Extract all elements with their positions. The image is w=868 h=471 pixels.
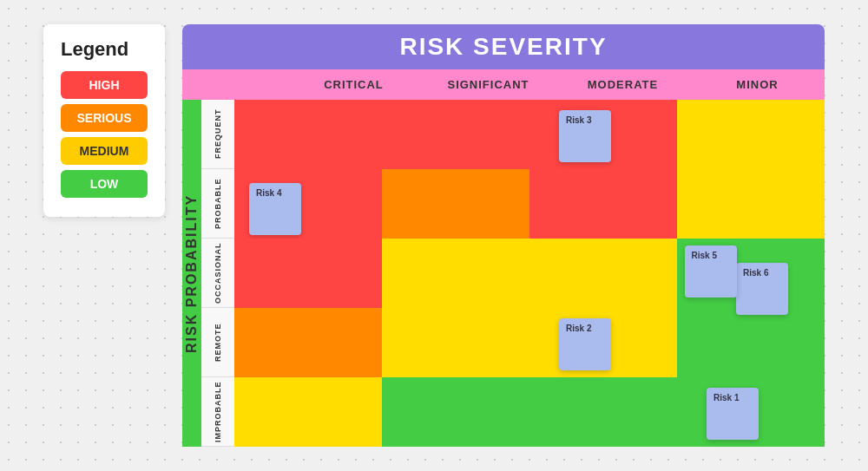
main-container: Legend HIGH SERIOUS MEDIUM LOW RISK SEVE… <box>26 7 842 464</box>
cell-occasional-moderate <box>529 239 677 308</box>
legend-low: LOW <box>61 170 148 198</box>
col-header-minor: MINOR <box>690 75 825 95</box>
cell-occasional-critical <box>234 239 382 308</box>
row-label-occasional: OCCASIONAL <box>201 239 234 308</box>
row-remote: Risk 2 <box>234 308 825 377</box>
y-axis-label: RISK PROBABILITY <box>182 100 201 447</box>
legend-title: Legend <box>61 38 148 61</box>
cell-remote-critical <box>234 308 382 377</box>
legend-serious: SERIOUS <box>61 104 148 132</box>
row-label-probable: PROBABLE <box>201 169 234 239</box>
cell-frequent-significant <box>382 100 529 169</box>
row-label-frequent: FREQUENT <box>201 100 234 169</box>
cell-frequent-critical <box>234 100 382 169</box>
risk-card-6[interactable]: Risk 6 <box>736 263 788 315</box>
risk-card-3[interactable]: Risk 3 <box>559 110 611 162</box>
header-spacer <box>182 75 234 95</box>
column-headers: CRITICAL SIGNIFICANT MODERATE MINOR <box>182 69 825 100</box>
cell-improbable-minor: Risk 1 <box>677 377 825 447</box>
cell-probable-critical: Risk 4 <box>234 169 382 239</box>
cell-occasional-minor: Risk 5 Risk 6 <box>677 239 825 308</box>
row-label-improbable: IMPROBABLE <box>201 377 234 447</box>
cell-probable-significant <box>382 169 529 239</box>
cell-improbable-significant <box>382 377 529 447</box>
row-probable: Risk 4 <box>234 169 825 239</box>
cell-remote-moderate: Risk 2 <box>529 308 677 377</box>
col-header-critical: CRITICAL <box>286 75 421 95</box>
grid-rows: Risk 3 Risk 4 <box>234 100 825 447</box>
row-label-remote: REMOTE <box>201 308 234 377</box>
header-spacer2 <box>234 75 286 95</box>
risk-card-5[interactable]: Risk 5 <box>685 245 737 298</box>
grid-area: RISK PROBABILITY FREQUENT PROBABLE OCCAS… <box>182 100 825 447</box>
cell-frequent-minor <box>677 100 825 169</box>
row-frequent: Risk 3 <box>234 100 825 169</box>
title-bar: RISK SEVERITY <box>182 24 825 69</box>
cell-probable-moderate <box>529 169 677 239</box>
legend-panel: Legend HIGH SERIOUS MEDIUM LOW <box>43 24 165 217</box>
row-labels: FREQUENT PROBABLE OCCASIONAL REMOTE IMPR… <box>201 100 234 447</box>
risk-matrix: RISK SEVERITY CRITICAL SIGNIFICANT MODER… <box>182 24 825 447</box>
legend-high: HIGH <box>61 71 148 99</box>
risk-card-2[interactable]: Risk 2 <box>559 318 611 370</box>
cell-remote-minor <box>677 308 825 377</box>
row-improbable: Risk 1 <box>234 377 825 447</box>
cell-frequent-moderate: Risk 3 <box>529 100 677 169</box>
row-occasional: Risk 5 Risk 6 <box>234 239 825 308</box>
risk-card-1[interactable]: Risk 1 <box>707 388 759 440</box>
risk-card-4[interactable]: Risk 4 <box>249 183 301 235</box>
col-header-significant: SIGNIFICANT <box>421 75 556 95</box>
cell-remote-significant <box>382 308 529 377</box>
cell-occasional-significant <box>382 239 529 308</box>
cell-probable-minor <box>677 169 825 239</box>
matrix-title: RISK SEVERITY <box>200 33 807 61</box>
cell-improbable-critical <box>234 377 382 447</box>
col-header-moderate: MODERATE <box>556 75 690 95</box>
legend-medium: MEDIUM <box>61 137 148 165</box>
cell-improbable-moderate <box>529 377 677 447</box>
